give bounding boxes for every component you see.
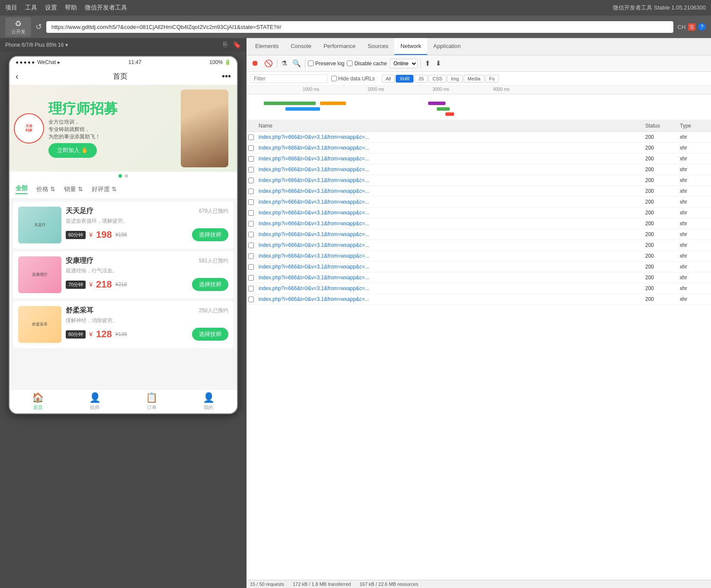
row-checkbox-1[interactable]	[247, 134, 255, 140]
row-checkbox-5[interactable]	[247, 178, 255, 183]
td-name-10[interactable]: index.php?i=666&t=0&v=3.1&from=wxapp&c=.…	[255, 230, 642, 239]
td-name-8[interactable]: index.php?i=666&t=0&v=3.1&from=wxapp&c=.…	[255, 208, 642, 217]
td-name-5[interactable]: index.php?i=666&t=0&v=3.1&from=wxapp&c=.…	[255, 176, 642, 185]
banner-join-button[interactable]: 立即加入 ✋	[48, 143, 97, 158]
book-button-3[interactable]: 选择技师	[192, 328, 228, 341]
search-button[interactable]: 🔍	[291, 58, 302, 69]
filter-button[interactable]: ⚗	[280, 58, 288, 69]
table-row[interactable]: index.php?i=666&t=0&v=3.1&from=wxapp&c=.…	[247, 229, 711, 240]
copy-icon[interactable]: ⎘	[223, 41, 227, 49]
disable-cache-checkbox[interactable]	[347, 61, 352, 66]
row-checkbox-13[interactable]	[247, 264, 255, 270]
table-row[interactable]: index.php?i=666&t=0&v=3.1&from=wxapp&c=.…	[247, 218, 711, 229]
td-name-4[interactable]: index.php?i=666&t=0&v=3.1&from=wxapp&c=.…	[255, 165, 642, 174]
table-row[interactable]: index.php?i=666&t=0&v=3.1&from=wxapp&c=.…	[247, 251, 711, 262]
td-name-2[interactable]: index.php?i=666&t=0&v=3.1&from=wxapp&c=.…	[255, 144, 642, 152]
table-row[interactable]: index.php?i=666&t=0&v=3.1&from=wxapp&c=.…	[247, 164, 711, 175]
table-row[interactable]: index.php?i=666&t=0&v=3.1&from=wxapp&c=.…	[247, 294, 711, 305]
row-checkbox-10[interactable]	[247, 232, 255, 237]
filter-input[interactable]	[250, 74, 328, 83]
book-button-1[interactable]: 选择技师	[192, 228, 228, 241]
table-row[interactable]: index.php?i=666&t=0&v=3.1&from=wxapp&c=.…	[247, 132, 711, 143]
row-checkbox-8[interactable]	[247, 210, 255, 216]
td-name-16[interactable]: index.php?i=666&t=0&v=3.1&from=wxapp&c=.…	[255, 295, 642, 304]
row-checkbox-11[interactable]	[247, 243, 255, 248]
table-row[interactable]: index.php?i=666&t=0&v=3.1&from=wxapp&c=.…	[247, 143, 711, 153]
filter-all[interactable]: All	[382, 75, 395, 83]
export-button[interactable]: ⬇	[434, 58, 442, 69]
menu-item-help[interactable]: 帮助	[65, 4, 77, 12]
network-table[interactable]: index.php?i=666&t=0&v=3.1&from=wxapp&c=.…	[247, 132, 711, 580]
filter-media[interactable]: Media	[464, 75, 484, 83]
nav-more-button[interactable]: •••	[222, 71, 231, 81]
td-name-13[interactable]: index.php?i=666&t=0&v=3.1&from=wxapp&c=.…	[255, 262, 642, 271]
table-row[interactable]: index.php?i=666&t=0&v=3.1&from=wxapp&c=.…	[247, 240, 711, 251]
tab-elements[interactable]: Elements	[249, 38, 285, 55]
book-button-2[interactable]: 选择技师	[192, 278, 228, 291]
cloud-dev-button[interactable]: ♻ 云开发	[5, 17, 31, 37]
td-name-7[interactable]: index.php?i=666&t=0&v=3.1&from=wxapp&c=.…	[255, 198, 642, 206]
tab-network[interactable]: Network	[394, 38, 427, 55]
td-name-12[interactable]: index.php?i=666&t=0&v=3.1&from=wxapp&c=.…	[255, 252, 642, 260]
table-row[interactable]: index.php?i=666&t=0&v=3.1&from=wxapp&c=.…	[247, 186, 711, 197]
menu-item-settings[interactable]: 设置	[45, 4, 57, 12]
device-selector[interactable]: Phone 6/7/8 Plus 85% 16 ▾	[5, 42, 68, 48]
hide-data-urls-label[interactable]: Hide data URLs	[331, 76, 375, 82]
preserve-log-checkbox[interactable]	[308, 61, 314, 66]
table-row[interactable]: index.php?i=666&t=0&v=3.1&from=wxapp&c=.…	[247, 197, 711, 208]
row-checkbox-7[interactable]	[247, 199, 255, 205]
help-icon[interactable]: ?	[698, 23, 706, 31]
hide-data-urls-checkbox[interactable]	[331, 76, 337, 81]
filter-img[interactable]: Img	[447, 75, 463, 83]
tab-sales[interactable]: 销量 ⇅	[64, 185, 83, 193]
row-checkbox-9[interactable]	[247, 221, 255, 227]
import-button[interactable]: ⬆	[423, 58, 432, 69]
tab-application[interactable]: Application	[427, 38, 467, 55]
table-row[interactable]: index.php?i=666&t=0&v=3.1&from=wxapp&c=.…	[247, 262, 711, 272]
url-refresh-icon[interactable]: ↺	[35, 22, 42, 32]
filter-js[interactable]: JS	[414, 75, 428, 83]
td-name-14[interactable]: index.php?i=666&t=0&v=3.1&from=wxapp&c=.…	[255, 273, 642, 282]
filter-css[interactable]: CSS	[429, 75, 446, 83]
table-row[interactable]: index.php?i=666&t=0&v=3.1&from=wxapp&c=.…	[247, 272, 711, 283]
td-name-9[interactable]: index.php?i=666&t=0&v=3.1&from=wxapp&c=.…	[255, 219, 642, 228]
nav-mine[interactable]: 👤 我的	[180, 392, 237, 411]
tab-performance[interactable]: Performance	[317, 38, 362, 55]
table-row[interactable]: index.php?i=666&t=0&v=3.1&from=wxapp&c=.…	[247, 153, 711, 164]
url-input[interactable]	[46, 21, 673, 33]
row-checkbox-6[interactable]	[247, 189, 255, 194]
disable-cache-label[interactable]: Disable cache	[347, 61, 387, 67]
clear-button[interactable]: 🚫	[263, 58, 274, 69]
row-checkbox-12[interactable]	[247, 253, 255, 259]
nav-back-button[interactable]: ‹	[16, 71, 19, 81]
table-row[interactable]: index.php?i=666&t=0&v=3.1&from=wxapp&c=.…	[247, 175, 711, 186]
row-checkbox-16[interactable]	[247, 297, 255, 302]
row-checkbox-3[interactable]	[247, 156, 255, 162]
row-checkbox-2[interactable]	[247, 145, 255, 151]
tab-all[interactable]: 全部	[16, 185, 28, 194]
menu-item-tools[interactable]: 工具	[25, 4, 37, 12]
bookmark-icon[interactable]: 🔖	[233, 41, 241, 49]
nav-technician[interactable]: 👤 技师	[67, 392, 124, 411]
record-button[interactable]: ⏺	[250, 58, 260, 69]
tab-price[interactable]: 价格 ⇅	[36, 185, 55, 193]
row-checkbox-15[interactable]	[247, 286, 255, 291]
nav-home[interactable]: 🏠 首页	[10, 392, 67, 411]
menu-item-wechat[interactable]: 微信开发者工具	[85, 4, 127, 12]
td-name-6[interactable]: index.php?i=666&t=0&v=3.1&from=wxapp&c=.…	[255, 187, 642, 195]
td-name-1[interactable]: index.php?i=666&t=0&v=3.1&from=wxapp&c=.…	[255, 133, 642, 141]
tab-sources[interactable]: Sources	[362, 38, 394, 55]
preserve-log-label[interactable]: Preserve log	[308, 61, 344, 67]
tab-console[interactable]: Console	[285, 38, 317, 55]
td-name-11[interactable]: index.php?i=666&t=0&v=3.1&from=wxapp&c=.…	[255, 241, 642, 249]
table-row[interactable]: index.php?i=666&t=0&v=3.1&from=wxapp&c=.…	[247, 208, 711, 218]
throttle-select[interactable]: Online	[390, 59, 418, 68]
tab-rating[interactable]: 好评度 ⇅	[92, 185, 117, 193]
row-checkbox-4[interactable]	[247, 167, 255, 173]
td-name-15[interactable]: index.php?i=666&t=0&v=3.1&from=wxapp&c=.…	[255, 284, 642, 293]
menu-item-project[interactable]: 项目	[5, 4, 17, 12]
td-name-3[interactable]: index.php?i=666&t=0&v=3.1&from=wxapp&c=.…	[255, 154, 642, 163]
filter-xhr[interactable]: XHR	[396, 75, 413, 83]
table-row[interactable]: index.php?i=666&t=0&v=3.1&from=wxapp&c=.…	[247, 283, 711, 294]
nav-order[interactable]: 📋 订单	[123, 392, 180, 411]
